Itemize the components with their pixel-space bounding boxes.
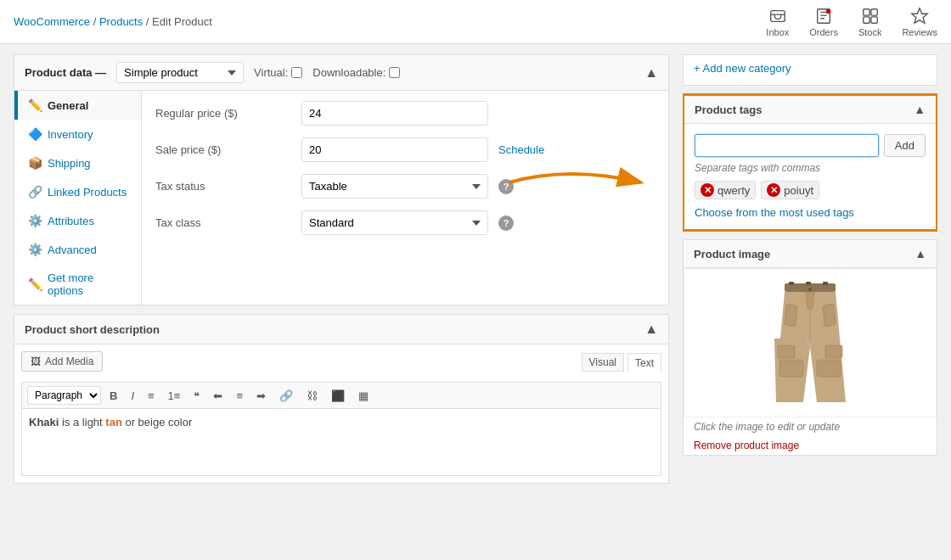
visual-tab-btn[interactable]: Visual [582, 353, 624, 372]
downloadable-field: Downloadable: [312, 66, 400, 79]
tax-class-select[interactable]: Standard Reduced rate Zero rate [301, 210, 488, 235]
tax-status-label: Tax status [155, 180, 291, 193]
paragraph-select[interactable]: Paragraph Heading 1 Heading 2 [27, 386, 101, 405]
align-left-btn[interactable]: ⬅ [208, 387, 228, 405]
right-panel: + Add new category Product tags ▲ Add Se… [683, 54, 937, 550]
product-tags-collapse-btn[interactable]: ▲ [914, 103, 926, 116]
product-image-svg [768, 279, 853, 406]
description-title: Product short description [25, 323, 160, 336]
more-btn[interactable]: ⬛ [326, 387, 350, 405]
tax-class-label: Tax class [155, 216, 291, 229]
sale-price-input-wrap [301, 137, 488, 162]
more-options-icon: ✏️ [28, 277, 42, 291]
remove-image-link[interactable]: Remove product image [684, 436, 937, 455]
category-box: + Add new category [683, 54, 937, 86]
attributes-icon: ⚙️ [28, 214, 42, 227]
align-right-btn[interactable]: ➡ [251, 387, 271, 405]
sidebar-item-advanced[interactable]: ⚙️ Advanced [14, 235, 141, 264]
editor-toolbar: Paragraph Heading 1 Heading 2 B I ≡ 1≡ ❝… [21, 382, 661, 408]
tag-item-qwerty: ✕ qwerty [695, 181, 756, 199]
product-tags-title: Product tags [695, 104, 762, 116]
virtual-checkbox[interactable] [291, 67, 302, 78]
schedule-link[interactable]: Schedule [498, 143, 544, 156]
downloadable-checkbox[interactable] [389, 67, 400, 78]
description-collapse-btn[interactable]: ▲ [644, 322, 658, 337]
product-type-select[interactable]: Simple product Variable product Grouped … [116, 62, 244, 83]
tag-label-poiuyt: poiuyt [784, 184, 813, 197]
svg-rect-6 [871, 16, 877, 22]
sidebar-item-get-more-options[interactable]: ✏️ Get more options [14, 264, 141, 305]
svg-rect-13 [817, 360, 841, 377]
product-image-title: Product image [694, 248, 770, 260]
product-image-collapse-btn[interactable]: ▲ [914, 247, 926, 260]
regular-price-input-wrap [301, 101, 488, 126]
ol-btn[interactable]: 1≡ [163, 387, 186, 405]
tag-input-row: Add [695, 134, 926, 157]
tags-list: ✕ qwerty ✕ poiuyt [695, 181, 926, 199]
shipping-icon: 📦 [28, 156, 42, 170]
svg-rect-16 [778, 345, 795, 358]
product-image-box: Product image ▲ [683, 239, 937, 456]
description-body: 🖼 Add Media Visual Text Paragraph He [14, 344, 668, 483]
orders-icon-btn[interactable]: Orders [809, 7, 838, 37]
sidebar-item-general[interactable]: ✏️ General [14, 91, 141, 120]
inbox-icon-btn[interactable]: Inbox [766, 7, 789, 37]
unlink-btn[interactable]: ⛓ [301, 387, 323, 405]
svg-rect-3 [863, 8, 869, 14]
tag-remove-poiuyt[interactable]: ✕ [767, 183, 780, 197]
sidebar-nav: ✏️ General 🔷 Inventory 📦 Shipping 🔗 [14, 91, 142, 305]
tax-status-select[interactable]: Taxable Shipping only None [301, 174, 488, 199]
text-tab-btn[interactable]: Text [627, 353, 661, 372]
product-tags-box: Product tags ▲ Add Separate tags with co… [683, 94, 937, 231]
general-icon: ✏️ [28, 98, 42, 112]
add-category-link[interactable]: + Add new category [694, 62, 791, 75]
breadcrumb-edit: Edit Product [152, 15, 212, 28]
tag-add-button[interactable]: Add [884, 134, 926, 157]
breadcrumb-woocommerce[interactable]: WooCommerce [14, 15, 90, 28]
product-image-area[interactable] [684, 268, 937, 417]
tag-label-qwerty: qwerty [717, 184, 750, 197]
top-icons-bar: Inbox Orders Stock Reviews [766, 7, 937, 37]
tax-status-row: Tax status Taxable Shipping only None ? [155, 174, 655, 199]
sidebar-item-attributes[interactable]: ⚙️ Attributes [14, 206, 141, 235]
svg-point-15 [808, 288, 812, 291]
stock-icon-btn[interactable]: Stock [858, 7, 882, 37]
reviews-icon-btn[interactable]: Reviews [902, 7, 937, 37]
ul-btn[interactable]: ≡ [143, 387, 160, 405]
virtual-field: Virtual: [254, 66, 302, 79]
sidebar-item-shipping[interactable]: 📦 Shipping [14, 148, 141, 177]
svg-rect-12 [779, 360, 803, 377]
italic-btn[interactable]: I [126, 387, 139, 405]
content-area: Regular price ($) Sale price ($) Schedul… [142, 91, 668, 305]
link-btn[interactable]: 🔗 [274, 387, 298, 405]
add-media-button[interactable]: 🖼 Add Media [21, 351, 103, 372]
editor-content: Khaki is a light tan or beige color [29, 416, 654, 428]
svg-rect-17 [825, 345, 842, 358]
sale-price-input[interactable] [301, 137, 488, 162]
bold-btn[interactable]: B [104, 387, 122, 405]
product-data-box: Product data — Simple product Variable p… [14, 54, 669, 305]
editor-area[interactable]: Khaki is a light tan or beige color [21, 408, 661, 476]
main-layout: Product data — Simple product Variable p… [0, 44, 951, 560]
tag-input[interactable] [695, 134, 879, 157]
align-center-btn[interactable]: ≡ [231, 387, 248, 405]
sidebar-item-linked-products[interactable]: 🔗 Linked Products [14, 177, 141, 206]
product-tags-body: Add Separate tags with commas ✕ qwerty ✕… [684, 124, 936, 229]
view-tab-group: Visual Text [582, 353, 661, 372]
tag-hint: Separate tags with commas [695, 162, 926, 174]
tag-remove-qwerty[interactable]: ✕ [701, 183, 714, 197]
breadcrumb: WooCommerce / Products / Edit Product [14, 15, 766, 28]
svg-point-2 [826, 8, 831, 14]
regular-price-input[interactable] [301, 101, 488, 126]
product-data-collapse-btn[interactable]: ▲ [644, 65, 658, 81]
breadcrumb-products[interactable]: Products [99, 15, 143, 28]
regular-price-label: Regular price ($) [155, 107, 291, 120]
svg-rect-4 [871, 8, 877, 14]
add-media-icon: 🖼 [31, 356, 41, 367]
click-to-edit-text: Click the image to edit or update [684, 417, 937, 436]
svg-rect-5 [863, 16, 869, 22]
table-btn[interactable]: ▦ [353, 387, 374, 405]
quote-btn[interactable]: ❝ [189, 387, 205, 405]
choose-tags-link[interactable]: Choose from the most used tags [695, 206, 854, 219]
sidebar-item-inventory[interactable]: 🔷 Inventory [14, 120, 141, 148]
